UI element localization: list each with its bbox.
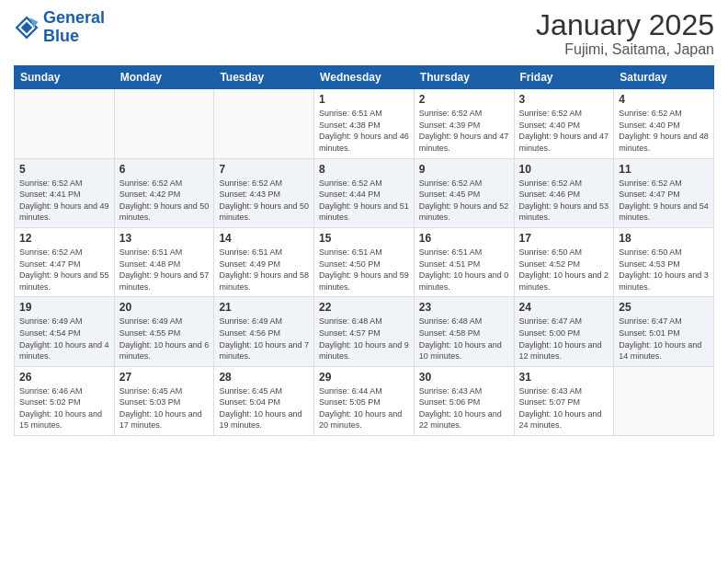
- day-info: Sunrise: 6:52 AM Sunset: 4:41 PM Dayligh…: [19, 178, 109, 224]
- weekday-header-row: SundayMondayTuesdayWednesdayThursdayFrid…: [15, 66, 714, 89]
- day-info: Sunrise: 6:49 AM Sunset: 4:55 PM Dayligh…: [119, 316, 210, 362]
- calendar-empty-cell: [214, 89, 314, 158]
- logo-icon: [14, 15, 40, 40]
- day-info: Sunrise: 6:52 AM Sunset: 4:47 PM Dayligh…: [19, 247, 109, 293]
- day-number: 6: [119, 163, 210, 176]
- calendar-day-cell: 7Sunrise: 6:52 AM Sunset: 4:43 PM Daylig…: [214, 158, 314, 227]
- calendar-title: January 2025: [536, 9, 714, 41]
- calendar-day-cell: 17Sunrise: 6:50 AM Sunset: 4:52 PM Dayli…: [514, 227, 614, 296]
- calendar-day-cell: 25Sunrise: 6:47 AM Sunset: 5:01 PM Dayli…: [614, 297, 714, 366]
- calendar-week-row: 1Sunrise: 6:51 AM Sunset: 4:38 PM Daylig…: [15, 89, 714, 158]
- calendar-day-cell: 27Sunrise: 6:45 AM Sunset: 5:03 PM Dayli…: [114, 366, 214, 435]
- calendar-subtitle: Fujimi, Saitama, Japan: [536, 41, 714, 58]
- calendar-day-cell: 20Sunrise: 6:49 AM Sunset: 4:55 PM Dayli…: [114, 297, 214, 366]
- day-number: 26: [19, 371, 109, 384]
- calendar-day-cell: 21Sunrise: 6:49 AM Sunset: 4:56 PM Dayli…: [214, 297, 314, 366]
- calendar-week-row: 5Sunrise: 6:52 AM Sunset: 4:41 PM Daylig…: [15, 158, 714, 227]
- logo-general: General: [43, 8, 105, 27]
- calendar-day-cell: 2Sunrise: 6:52 AM Sunset: 4:39 PM Daylig…: [414, 89, 514, 158]
- day-info: Sunrise: 6:52 AM Sunset: 4:40 PM Dayligh…: [519, 108, 609, 154]
- day-number: 30: [419, 371, 509, 384]
- calendar-table: SundayMondayTuesdayWednesdayThursdayFrid…: [14, 65, 714, 436]
- header: General Blue January 2025 Fujimi, Saitam…: [14, 9, 714, 58]
- day-number: 31: [519, 371, 609, 384]
- day-number: 3: [519, 93, 609, 106]
- day-number: 10: [519, 163, 609, 176]
- calendar-empty-cell: [614, 366, 714, 435]
- calendar-empty-cell: [114, 89, 214, 158]
- weekday-header-thursday: Thursday: [414, 66, 514, 89]
- calendar-day-cell: 23Sunrise: 6:48 AM Sunset: 4:58 PM Dayli…: [414, 297, 514, 366]
- day-number: 15: [319, 232, 409, 245]
- calendar-day-cell: 12Sunrise: 6:52 AM Sunset: 4:47 PM Dayli…: [15, 227, 115, 296]
- calendar-day-cell: 1Sunrise: 6:51 AM Sunset: 4:38 PM Daylig…: [314, 89, 415, 158]
- weekday-header-saturday: Saturday: [614, 66, 714, 89]
- day-number: 21: [219, 301, 309, 314]
- day-info: Sunrise: 6:45 AM Sunset: 5:04 PM Dayligh…: [219, 385, 309, 431]
- day-info: Sunrise: 6:47 AM Sunset: 5:00 PM Dayligh…: [519, 316, 609, 362]
- day-info: Sunrise: 6:50 AM Sunset: 4:53 PM Dayligh…: [619, 247, 709, 293]
- day-number: 1: [319, 93, 409, 106]
- day-number: 7: [219, 163, 309, 176]
- day-info: Sunrise: 6:49 AM Sunset: 4:56 PM Dayligh…: [219, 316, 309, 362]
- day-info: Sunrise: 6:43 AM Sunset: 5:06 PM Dayligh…: [419, 385, 509, 431]
- calendar-day-cell: 15Sunrise: 6:51 AM Sunset: 4:50 PM Dayli…: [314, 227, 415, 296]
- day-number: 18: [619, 232, 709, 245]
- day-number: 17: [519, 232, 609, 245]
- day-info: Sunrise: 6:52 AM Sunset: 4:46 PM Dayligh…: [519, 178, 609, 224]
- day-info: Sunrise: 6:52 AM Sunset: 4:43 PM Dayligh…: [219, 178, 309, 224]
- logo: General Blue: [14, 9, 105, 46]
- calendar-day-cell: 24Sunrise: 6:47 AM Sunset: 5:00 PM Dayli…: [514, 297, 614, 366]
- weekday-header-monday: Monday: [114, 66, 214, 89]
- day-info: Sunrise: 6:49 AM Sunset: 4:54 PM Dayligh…: [19, 316, 109, 362]
- calendar-day-cell: 31Sunrise: 6:43 AM Sunset: 5:07 PM Dayli…: [514, 366, 614, 435]
- calendar-day-cell: 16Sunrise: 6:51 AM Sunset: 4:51 PM Dayli…: [414, 227, 514, 296]
- day-number: 29: [319, 371, 409, 384]
- day-info: Sunrise: 6:52 AM Sunset: 4:40 PM Dayligh…: [619, 108, 709, 154]
- calendar-day-cell: 5Sunrise: 6:52 AM Sunset: 4:41 PM Daylig…: [15, 158, 115, 227]
- day-number: 8: [319, 163, 409, 176]
- day-info: Sunrise: 6:45 AM Sunset: 5:03 PM Dayligh…: [119, 385, 210, 431]
- day-info: Sunrise: 6:48 AM Sunset: 4:57 PM Dayligh…: [319, 316, 409, 362]
- calendar-day-cell: 4Sunrise: 6:52 AM Sunset: 4:40 PM Daylig…: [614, 89, 714, 158]
- calendar-day-cell: 3Sunrise: 6:52 AM Sunset: 4:40 PM Daylig…: [514, 89, 614, 158]
- calendar-day-cell: 30Sunrise: 6:43 AM Sunset: 5:06 PM Dayli…: [414, 366, 514, 435]
- day-number: 9: [419, 163, 509, 176]
- day-number: 14: [219, 232, 309, 245]
- day-number: 25: [619, 301, 709, 314]
- weekday-header-friday: Friday: [514, 66, 614, 89]
- calendar-day-cell: 19Sunrise: 6:49 AM Sunset: 4:54 PM Dayli…: [15, 297, 115, 366]
- calendar-week-row: 19Sunrise: 6:49 AM Sunset: 4:54 PM Dayli…: [15, 297, 714, 366]
- weekday-header-sunday: Sunday: [15, 66, 115, 89]
- logo-blue: Blue: [43, 27, 79, 45]
- day-info: Sunrise: 6:43 AM Sunset: 5:07 PM Dayligh…: [519, 385, 609, 431]
- day-number: 5: [19, 163, 109, 176]
- day-info: Sunrise: 6:51 AM Sunset: 4:38 PM Dayligh…: [319, 108, 409, 154]
- day-info: Sunrise: 6:48 AM Sunset: 4:58 PM Dayligh…: [419, 316, 509, 362]
- calendar-day-cell: 13Sunrise: 6:51 AM Sunset: 4:48 PM Dayli…: [114, 227, 214, 296]
- day-number: 13: [119, 232, 210, 245]
- day-number: 2: [419, 93, 509, 106]
- day-number: 23: [419, 301, 509, 314]
- day-number: 16: [419, 232, 509, 245]
- title-block: January 2025 Fujimi, Saitama, Japan: [536, 9, 714, 58]
- calendar-week-row: 12Sunrise: 6:52 AM Sunset: 4:47 PM Dayli…: [15, 227, 714, 296]
- day-info: Sunrise: 6:52 AM Sunset: 4:45 PM Dayligh…: [419, 178, 509, 224]
- calendar-empty-cell: [15, 89, 115, 158]
- day-info: Sunrise: 6:52 AM Sunset: 4:39 PM Dayligh…: [419, 108, 509, 154]
- calendar-day-cell: 11Sunrise: 6:52 AM Sunset: 4:47 PM Dayli…: [614, 158, 714, 227]
- day-info: Sunrise: 6:52 AM Sunset: 4:44 PM Dayligh…: [319, 178, 409, 224]
- weekday-header-wednesday: Wednesday: [314, 66, 415, 89]
- day-info: Sunrise: 6:51 AM Sunset: 4:51 PM Dayligh…: [419, 247, 509, 293]
- day-number: 27: [119, 371, 210, 384]
- day-info: Sunrise: 6:44 AM Sunset: 5:05 PM Dayligh…: [319, 385, 409, 431]
- day-info: Sunrise: 6:46 AM Sunset: 5:02 PM Dayligh…: [19, 385, 109, 431]
- day-number: 22: [319, 301, 409, 314]
- calendar-day-cell: 9Sunrise: 6:52 AM Sunset: 4:45 PM Daylig…: [414, 158, 514, 227]
- day-number: 19: [19, 301, 109, 314]
- page: General Blue January 2025 Fujimi, Saitam…: [0, 0, 728, 563]
- calendar-day-cell: 18Sunrise: 6:50 AM Sunset: 4:53 PM Dayli…: [614, 227, 714, 296]
- day-info: Sunrise: 6:51 AM Sunset: 4:48 PM Dayligh…: [119, 247, 210, 293]
- day-info: Sunrise: 6:47 AM Sunset: 5:01 PM Dayligh…: [619, 316, 709, 362]
- logo-text: General Blue: [43, 9, 105, 46]
